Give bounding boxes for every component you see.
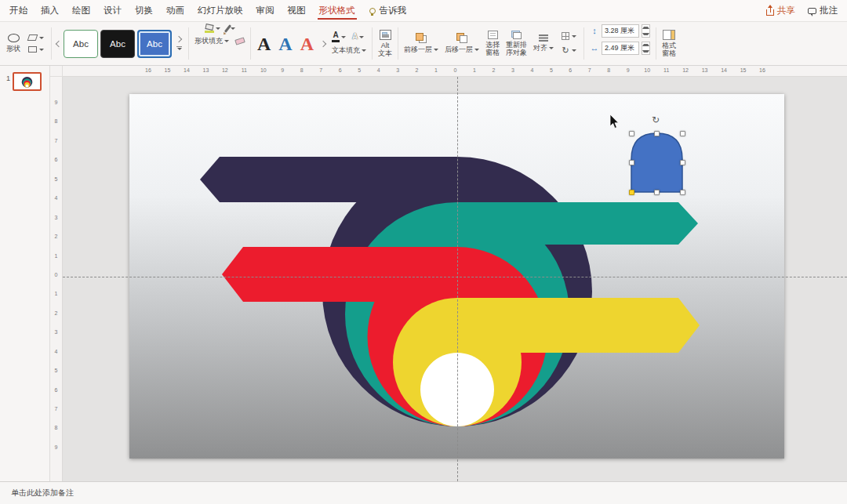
rotate-button[interactable]: ↻ <box>560 45 577 56</box>
ruler-number: 4 <box>50 195 62 205</box>
selection-handle-ne[interactable] <box>680 131 685 136</box>
shape-style-option-1[interactable]: Abc <box>64 30 98 58</box>
reorder-objects-button[interactable]: 重新排 序对象 <box>503 31 530 57</box>
shapes-group: 形状 <box>3 24 49 63</box>
text-fill-button[interactable]: 文本填充 <box>332 45 366 56</box>
rotation-handle[interactable]: ↻ <box>652 115 660 125</box>
menu-tab[interactable]: 幻灯片放映 <box>198 0 243 21</box>
menu-tab[interactable]: 绘图 <box>72 0 90 21</box>
ruler-number: 14 <box>719 67 729 73</box>
align-label: 对齐 <box>533 43 547 53</box>
paint-bucket-icon <box>205 24 214 33</box>
group-button[interactable] <box>560 31 578 41</box>
ruler-number: 3 <box>50 329 62 339</box>
basic-shape-button[interactable] <box>27 45 45 53</box>
ruler-number: 5 <box>50 368 62 377</box>
width-icon: ↔ <box>590 44 599 53</box>
wordart-more-icon[interactable] <box>320 40 326 46</box>
shape-height-input[interactable] <box>602 24 639 38</box>
width-stepper[interactable] <box>642 42 650 55</box>
menu-tab[interactable]: 设计 <box>104 0 122 21</box>
slide-canvas[interactable]: ↻ <box>63 77 847 481</box>
selection-handle-s[interactable] <box>654 190 660 195</box>
wordart-style-blue[interactable]: A <box>274 34 296 53</box>
insert-shape-button[interactable]: 形状 <box>3 34 24 54</box>
selection-handle-e[interactable] <box>680 160 685 165</box>
ruler-number: 4 <box>374 67 384 73</box>
horizontal-guide[interactable] <box>63 277 847 277</box>
horizontal-ruler: 1615141312111098765432101234567891011121… <box>63 66 847 77</box>
notes-pane[interactable]: 单击此处添加备注 <box>0 481 847 504</box>
ruler-number: 7 <box>585 67 594 73</box>
slide-thumbnail-image <box>13 72 42 91</box>
menu-tab[interactable]: 形状格式 <box>319 0 355 21</box>
wordart-group: A A A A A 文本填充 <box>253 24 369 63</box>
vertical-guide[interactable] <box>457 77 458 481</box>
ruler-number: 11 <box>239 67 249 73</box>
menu-tab[interactable]: 开始 <box>9 0 27 21</box>
menu-tab[interactable]: 审阅 <box>256 0 274 21</box>
adjustment-handle[interactable] <box>629 190 634 195</box>
chevron-down-icon <box>549 47 554 49</box>
ruler-number: 10 <box>642 67 652 73</box>
align-button[interactable]: 对齐 <box>530 34 557 53</box>
ruler-number: 13 <box>201 67 210 73</box>
ruler-number: 1 <box>470 67 479 73</box>
shape-fill-button[interactable]: 形状填充 <box>194 36 229 46</box>
shape-style-option-3-selected[interactable]: Abc <box>137 30 172 58</box>
selected-arch-shape[interactable] <box>631 133 682 192</box>
slide-thumbnail-1[interactable]: 1 <box>0 66 49 91</box>
align-icon <box>539 34 548 42</box>
gallery-more-button[interactable] <box>176 46 182 51</box>
ruler-number: 1 <box>431 67 441 73</box>
menu-tab[interactable]: 动画 <box>166 0 184 21</box>
alt-text-button[interactable]: Alt 文本 <box>375 24 395 63</box>
gallery-scroll-right-icon[interactable] <box>176 36 182 42</box>
selection-handle-n[interactable] <box>654 131 660 136</box>
selection-pane-button[interactable]: 选择 窗格 <box>482 31 503 57</box>
shape-fill-label: 形状填充 <box>194 36 223 46</box>
slide-number: 1 <box>6 74 10 82</box>
format-pane-button[interactable]: 格式 窗格 <box>659 24 679 63</box>
selection-handle-w[interactable] <box>629 160 634 165</box>
text-outline-icon-button[interactable]: A <box>352 33 364 41</box>
menu-tab[interactable]: 视图 <box>288 0 306 21</box>
workspace: 1 16151413121110987654321012345678910111… <box>0 66 847 481</box>
shape-outline-icon-button[interactable] <box>227 24 235 33</box>
ruler-number: 8 <box>297 67 307 73</box>
selection-pane-icon <box>488 31 498 39</box>
ruler-number: 9 <box>50 100 62 109</box>
shape-fill-icon-button[interactable] <box>205 24 220 33</box>
menu-tab[interactable]: 切换 <box>135 0 153 21</box>
ruler-number: 13 <box>700 67 710 73</box>
tell-me-button[interactable]: 告诉我 <box>369 5 407 16</box>
chevron-down-icon <box>39 37 44 39</box>
shape-fill-outline-group: 形状填充 <box>191 24 248 63</box>
wordart-style-black[interactable]: A <box>253 34 274 53</box>
wordart-style-orange[interactable]: A <box>296 34 318 53</box>
vertical-ruler: 9876543210123456789 <box>50 77 63 481</box>
gallery-scroll-left-icon[interactable] <box>56 40 62 46</box>
ruler-number: 8 <box>50 425 62 434</box>
height-stepper[interactable] <box>642 24 650 38</box>
chevron-down-icon <box>362 49 366 52</box>
shape-width-input[interactable] <box>602 42 639 55</box>
share-button[interactable]: 共享 <box>766 5 795 16</box>
shape-style-option-2[interactable]: Abc <box>100 30 135 58</box>
ruler-number: 16 <box>758 67 767 73</box>
chevron-down-icon <box>572 35 576 38</box>
selection-handle-nw[interactable] <box>629 131 634 136</box>
line-shape-button[interactable] <box>27 34 45 42</box>
bring-forward-button[interactable]: 前移一层 <box>401 33 442 55</box>
ruler-number: 7 <box>50 406 62 415</box>
chevron-down-icon <box>434 49 438 51</box>
send-backward-button[interactable]: 后移一层 <box>442 33 482 55</box>
chevron-down-icon <box>474 49 479 51</box>
chevron-down-icon <box>572 49 576 52</box>
eraser-icon[interactable] <box>234 37 245 45</box>
selection-handle-se[interactable] <box>680 190 685 195</box>
menu-tab[interactable]: 插入 <box>41 0 59 21</box>
text-fill-icon-button[interactable]: A <box>332 31 346 42</box>
comments-button[interactable]: 批注 <box>808 5 838 16</box>
slide-thumbnail-panel: 1 <box>0 66 50 481</box>
